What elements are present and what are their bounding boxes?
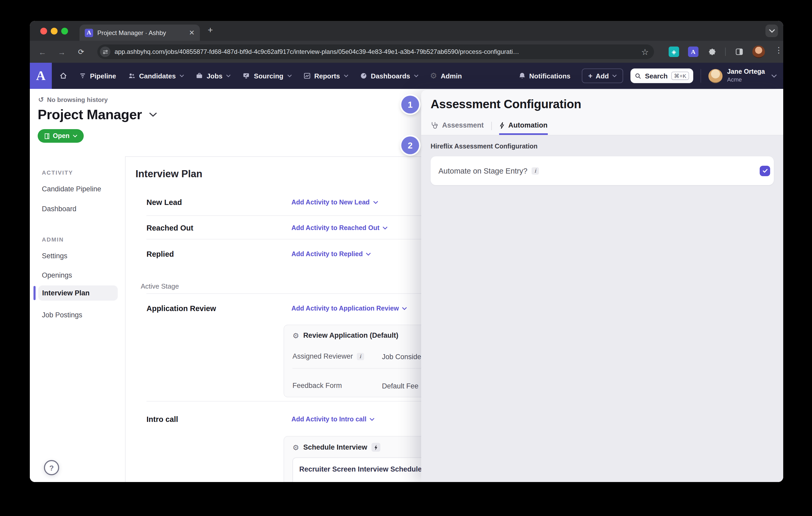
chevron-down-icon bbox=[370, 418, 375, 421]
nav-item-dashboards[interactable]: Dashboards bbox=[360, 72, 418, 80]
funnel-icon bbox=[79, 72, 86, 80]
gear-icon: ⚙ bbox=[430, 72, 437, 80]
gear-icon[interactable]: ⚙ bbox=[292, 444, 299, 451]
search-button[interactable]: Search ⌘+K bbox=[630, 68, 693, 83]
sidebar-item-interview-plan[interactable]: Interview Plan bbox=[38, 285, 117, 301]
browser-tab[interactable]: A Project Manager · Ashby ✕ bbox=[80, 25, 200, 41]
browser-menu-icon[interactable]: ⋮ bbox=[775, 45, 783, 55]
notifications-button[interactable]: Notifications bbox=[518, 72, 570, 80]
people-icon bbox=[128, 72, 136, 80]
tab-title: Project Manager · Ashby bbox=[97, 29, 185, 36]
reload-icon[interactable]: ⟳ bbox=[75, 45, 87, 58]
chevron-down-icon bbox=[73, 134, 78, 138]
gear-icon[interactable]: ⚙ bbox=[292, 332, 299, 339]
chevron-down-icon bbox=[383, 226, 388, 230]
extension-teal-icon[interactable]: ◈ bbox=[669, 47, 679, 57]
panel-header: Assessment Configuration Assessment Auto… bbox=[421, 90, 783, 135]
nav-item-reports[interactable]: Reports bbox=[303, 72, 348, 80]
chevron-down-icon bbox=[344, 74, 348, 78]
chevron-down-icon bbox=[612, 74, 616, 78]
home-icon[interactable] bbox=[59, 72, 67, 80]
forward-icon[interactable]: → bbox=[55, 45, 68, 58]
nav-item-sourcing[interactable]: Sourcing bbox=[242, 72, 292, 80]
stethoscope-icon bbox=[431, 121, 438, 129]
back-icon[interactable]: ← bbox=[36, 45, 49, 58]
add-activity-intro-call-link[interactable]: Add Activity to Intro call bbox=[291, 416, 375, 423]
url-bar[interactable]: app.ashbyhq.com/jobs/40855877-fd68-487d-… bbox=[97, 44, 654, 59]
bell-icon bbox=[518, 72, 526, 80]
nav-divider bbox=[700, 69, 701, 83]
stage-intro-call: Intro call bbox=[146, 415, 178, 423]
toggle-label: Automate on Stage Entry? bbox=[438, 166, 527, 175]
minimize-window-button[interactable] bbox=[51, 27, 58, 34]
door-icon bbox=[44, 132, 50, 139]
history-icon: ↺ bbox=[38, 96, 44, 103]
field-assigned-reviewer: Assigned Reviewer i bbox=[292, 352, 364, 360]
user-avatar[interactable] bbox=[708, 69, 722, 83]
side-panel-icon[interactable] bbox=[734, 47, 745, 57]
browser-window: A Project Manager · Ashby ✕ + ← → ⟳ app.… bbox=[30, 21, 783, 482]
extension-ashby-icon[interactable]: A bbox=[688, 47, 698, 57]
tab-search-chevron-icon[interactable] bbox=[765, 25, 778, 37]
ashby-logo[interactable]: A bbox=[30, 63, 52, 89]
nav-item-admin[interactable]: ⚙ Admin bbox=[430, 72, 462, 80]
new-tab-button[interactable]: + bbox=[208, 25, 213, 35]
automate-checkbox[interactable] bbox=[760, 165, 770, 176]
lightning-icon bbox=[499, 122, 504, 129]
chevron-down-icon bbox=[179, 74, 184, 78]
zoom-window-button[interactable] bbox=[61, 27, 68, 34]
nav-item-candidates[interactable]: Candidates bbox=[128, 72, 184, 80]
browser-toolbar: ← → ⟳ app.ashbyhq.com/jobs/40855877-fd68… bbox=[30, 41, 783, 63]
app-nav: A Pipeline Candidates Jobs Sourcing bbox=[30, 63, 783, 89]
page-title: Project Manager bbox=[38, 107, 142, 123]
nav-item-jobs[interactable]: Jobs bbox=[196, 72, 231, 80]
hireflix-section-title: Hireflix Assessment Configuration bbox=[431, 143, 538, 150]
sidebar-item-settings[interactable]: Settings bbox=[42, 252, 67, 260]
extensions-puzzle-icon[interactable] bbox=[707, 47, 717, 57]
chevron-down-icon[interactable] bbox=[771, 74, 777, 78]
add-activity-application-review-link[interactable]: Add Activity to Application Review bbox=[291, 305, 407, 312]
job-sidebar: ACTIVITY Candidate Pipeline Dashboard AD… bbox=[30, 156, 125, 482]
site-settings-icon[interactable] bbox=[100, 47, 110, 57]
field-value[interactable]: Job Conside bbox=[382, 353, 421, 361]
add-activity-replied-link[interactable]: Add Activity to Replied bbox=[291, 250, 371, 258]
assessment-configuration-panel: Assessment Configuration Assessment Auto… bbox=[421, 90, 783, 482]
info-icon[interactable]: i bbox=[356, 353, 364, 360]
add-button[interactable]: + Add bbox=[582, 68, 623, 83]
user-menu[interactable]: Jane Ortega Acme bbox=[727, 68, 765, 84]
plus-icon: + bbox=[588, 72, 592, 80]
bookmark-star-icon[interactable]: ☆ bbox=[641, 47, 649, 57]
help-button[interactable]: ? bbox=[44, 460, 59, 475]
panel-title: Assessment Configuration bbox=[431, 97, 581, 111]
chevron-down-icon bbox=[287, 74, 292, 78]
field-value[interactable]: Default Fee bbox=[382, 382, 418, 390]
tab-automation[interactable]: Automation bbox=[499, 117, 548, 135]
tab-strip: A Project Manager · Ashby ✕ + bbox=[30, 21, 783, 41]
sidebar-section-activity: ACTIVITY bbox=[42, 170, 73, 176]
sidebar-item-candidate-pipeline[interactable]: Candidate Pipeline bbox=[42, 185, 101, 193]
add-activity-new-lead-link[interactable]: Add Activity to New Lead bbox=[291, 199, 378, 206]
sidebar-item-dashboard[interactable]: Dashboard bbox=[42, 205, 77, 213]
screenshot-stage: A Project Manager · Ashby ✕ + ← → ⟳ app.… bbox=[0, 0, 812, 516]
sidebar-item-job-postings[interactable]: Job Postings bbox=[42, 311, 82, 319]
panel-tabs: Assessment Automation bbox=[431, 117, 548, 135]
tab-assessment[interactable]: Assessment bbox=[431, 117, 484, 135]
tab-close-icon[interactable]: ✕ bbox=[189, 29, 195, 36]
nav-item-pipeline[interactable]: Pipeline bbox=[79, 72, 116, 80]
url-text: app.ashbyhq.com/jobs/40855877-fd68-487d-… bbox=[115, 48, 637, 55]
annotation-badge-1: 1 bbox=[401, 96, 419, 114]
main-title: Interview Plan bbox=[136, 168, 202, 180]
automation-bolt-icon bbox=[372, 443, 380, 452]
tab-divider bbox=[491, 122, 492, 130]
sidebar-item-openings[interactable]: Openings bbox=[42, 271, 72, 279]
chevron-down-icon bbox=[402, 307, 407, 310]
close-window-button[interactable] bbox=[40, 27, 47, 34]
info-icon[interactable]: i bbox=[531, 167, 539, 174]
browser-profile-avatar[interactable] bbox=[752, 45, 765, 58]
job-status-badge[interactable]: Open bbox=[38, 129, 84, 143]
active-stage-label: Active Stage bbox=[141, 282, 179, 290]
add-activity-reached-out-link[interactable]: Add Activity to Reached Out bbox=[291, 224, 388, 232]
chevron-down-icon[interactable] bbox=[149, 113, 157, 117]
selected-indicator bbox=[33, 286, 35, 300]
field-feedback-form: Feedback Form bbox=[292, 382, 342, 390]
